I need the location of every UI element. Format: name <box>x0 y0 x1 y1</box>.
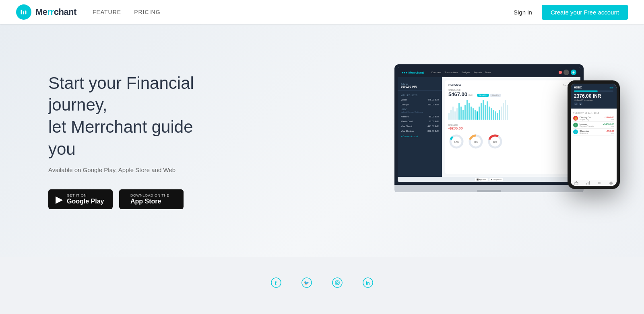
app-nav: Overview Transactions Budgets Reports Mo… <box>431 71 491 74</box>
bar-14 <box>477 111 478 120</box>
phone-tx-shopping-info: Shopping Amazon.in <box>580 130 589 134</box>
app-store-label[interactable]: ⬛ App Store <box>475 178 488 181</box>
bar-18 <box>485 105 486 120</box>
app-sidebar: Balance 6500.00 INR WALLET LISTS Wallet4… <box>398 77 442 177</box>
wallet-lists-title: WALLET LISTS <box>398 92 442 97</box>
phone-tx-income[interactable]: ↑ Income Payment Transfer +34000.00 INR <box>573 122 614 129</box>
bar-16 <box>481 103 482 120</box>
phone-nav-list[interactable] <box>595 181 603 185</box>
sidebar-wallet[interactable]: Wallet478.00 INR <box>398 97 442 102</box>
weekly-tab[interactable]: Weekly <box>490 94 501 97</box>
bar-20 <box>489 107 490 120</box>
linkedin-link[interactable]: in <box>363 277 373 291</box>
app-main-area: Overview December SPENDABLE 5467.00 INR <box>442 77 580 177</box>
donut-chart-1: 8.7% <box>448 133 464 150</box>
bar-10 <box>469 103 470 120</box>
svg-text:🐦: 🐦 <box>304 280 309 285</box>
phone-tx-dining[interactable]: 🍔 Dinning Out Burger King -1200.00 INR <box>573 115 614 122</box>
spendable-amount: 5467.00 <box>448 91 467 97</box>
sidebar-hsbc[interactable]: HSBCUpdated 18m ago. Update now <box>398 107 442 114</box>
app-nav-budgets: Budgets <box>462 71 471 74</box>
svg-rect-2 <box>25 10 27 14</box>
bar-12 <box>473 108 474 120</box>
phone-nav-home[interactable] <box>572 181 580 185</box>
spendable-currency: INR <box>469 94 473 96</box>
app-store-bar: ⬛ App Store ▶ Google Play <box>398 177 580 182</box>
phone-app-ui: HSBC Filter 2376.00 INR Updated 5 hours … <box>571 84 617 186</box>
svg-rect-16 <box>589 181 590 185</box>
app-nav-reports: Reports <box>474 71 482 74</box>
phone-transactions: TUESDAY 16 JAN, 2018 🍔 Dinning Out Burge… <box>571 109 617 180</box>
balance-negative-amount: -$235.00 <box>448 126 574 130</box>
donut-chart-3: 33% <box>487 133 503 150</box>
create-account-button[interactable]: Create your Free account <box>542 5 628 20</box>
phone-nav-settings[interactable] <box>607 181 615 185</box>
sidebar-balance: Balance 6500.00 INR <box>398 80 442 91</box>
main-nav: FEATURE PRICING <box>93 9 161 15</box>
app-ui: ●●● Merrchant Overview Transactions Budg… <box>398 68 580 182</box>
phone-tx-shopping[interactable]: 🛒 Shopping Amazon.in -650.00 INR <box>573 129 614 135</box>
svg-text:8.7%: 8.7% <box>454 141 459 143</box>
phone-tx-dining-left: 🍔 Dinning Out Burger King <box>573 116 591 121</box>
monthly-tab[interactable]: Monthly <box>477 94 489 97</box>
app-store-button[interactable]: Download on the App Store <box>119 189 184 209</box>
facebook-link[interactable]: f <box>271 277 281 291</box>
bar-1 <box>450 110 452 120</box>
nav-feature[interactable]: FEATURE <box>93 9 121 15</box>
twitter-link[interactable]: 🐦 <box>301 277 312 291</box>
bar-24 <box>497 113 498 120</box>
svg-rect-14 <box>586 183 587 185</box>
sidebar-maestro[interactable]: Maestro85.00 INR <box>398 114 442 119</box>
svg-text:f: f <box>275 280 277 286</box>
sidebar-visa-classic[interactable]: Visa Classic448.00 INR <box>398 124 442 129</box>
svg-rect-15 <box>588 182 588 185</box>
svg-point-26 <box>332 278 342 287</box>
phone-filter[interactable]: Filter <box>609 86 613 89</box>
period-tabs: Monthly Weekly <box>477 94 501 97</box>
bar-27 <box>503 103 504 120</box>
svg-text:33%: 33% <box>493 141 497 143</box>
app-nav-more: More <box>485 71 491 74</box>
bar-21 <box>491 108 492 120</box>
footer-social: f 🐦 in <box>0 257 644 314</box>
svg-rect-1 <box>23 11 24 14</box>
bar-6 <box>460 107 462 120</box>
sidebar-change[interactable]: Change236.00 INR <box>398 102 442 107</box>
google-play-label-bar[interactable]: ▶ Google Play <box>489 178 503 181</box>
logo[interactable]: Merrchant <box>16 4 76 20</box>
device-mockup: ●●● Merrchant Overview Transactions Budg… <box>394 56 620 225</box>
svg-text:26%: 26% <box>474 141 478 143</box>
phone-next-btn[interactable]: ▶ <box>579 103 582 105</box>
phone-tx-shopping-icon: 🛒 <box>573 129 578 134</box>
bar-22 <box>493 110 494 120</box>
sign-in-link[interactable]: Sign in <box>514 9 532 16</box>
app-topbar: ●●● Merrchant Overview Transactions Budg… <box>398 68 580 77</box>
svg-point-20 <box>610 182 612 184</box>
phone-nav-chart[interactable] <box>584 181 592 185</box>
google-play-button[interactable]: ▶ GET IT ON Google Play <box>48 189 113 209</box>
svg-point-21 <box>609 181 613 185</box>
bar-11 <box>471 107 472 120</box>
hero-content: Start your Financial journey, let Merrch… <box>48 72 217 209</box>
instagram-link[interactable] <box>332 277 343 291</box>
bar-15 <box>479 107 480 120</box>
phone-balance-amount: 2376.00 INR <box>574 93 613 99</box>
store-buttons: ▶ GET IT ON Google Play Download on the … <box>48 189 217 209</box>
phone-tx-dining-info: Dinning Out Burger King <box>580 116 591 121</box>
laptop-mockup: ●●● Merrchant Overview Transactions Budg… <box>394 64 584 201</box>
bar-28 <box>505 100 506 120</box>
sidebar-visa-electron[interactable]: Visa Electron852.00 INR <box>398 129 442 133</box>
hero-section: Start your Financial journey, let Merrch… <box>0 24 644 257</box>
bar-7 <box>462 110 464 120</box>
phone-tx-shopping-left: 🛒 Shopping Amazon.in <box>573 129 589 134</box>
add-account-link[interactable]: + Connect Account <box>398 133 442 139</box>
sidebar-mastercard[interactable]: MasterCard56.00 INR <box>398 119 442 124</box>
phone-prev-btn[interactable]: ◀ <box>574 103 578 105</box>
bar-3 <box>454 111 456 120</box>
laptop-base <box>394 185 584 192</box>
overview-header: Overview December <box>448 84 574 86</box>
phone-tx-dining-amount: -1200.00 INR <box>605 116 614 121</box>
svg-point-28 <box>336 282 339 284</box>
svg-text:in: in <box>366 281 370 285</box>
nav-pricing[interactable]: PRICING <box>134 9 160 15</box>
